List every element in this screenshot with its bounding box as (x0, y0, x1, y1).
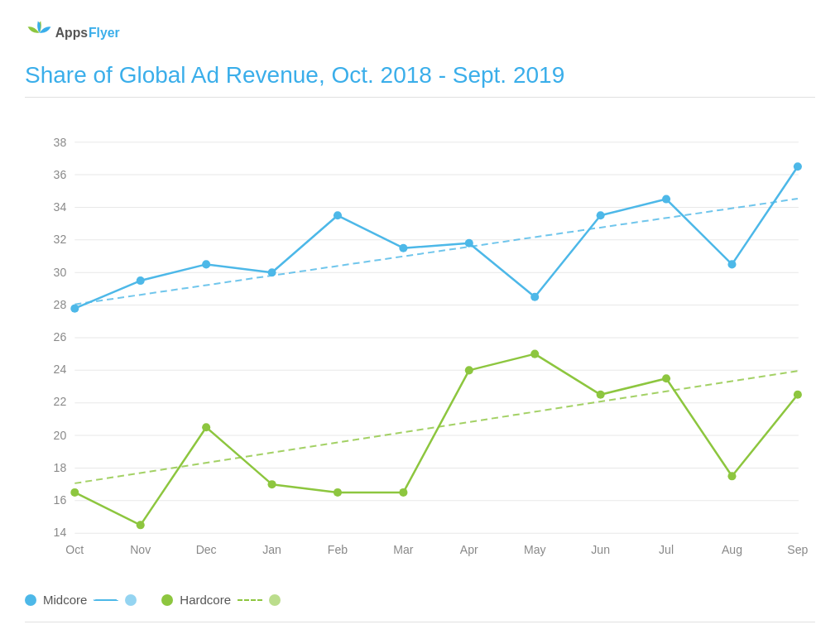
svg-text:38: 38 (54, 136, 67, 149)
svg-point-64 (727, 472, 736, 480)
svg-point-55 (137, 521, 145, 529)
hardcore-dot2 (269, 594, 281, 606)
svg-point-42 (137, 276, 145, 285)
svg-text:28: 28 (54, 298, 67, 311)
svg-text:Jul: Jul (659, 543, 674, 556)
svg-text:Oct: Oct (65, 543, 84, 556)
svg-point-61 (530, 350, 539, 358)
svg-text:Apr: Apr (460, 543, 478, 556)
svg-text:24: 24 (54, 363, 67, 376)
chart-legend: Midcore Hardcore (25, 593, 281, 615)
appsflyer-logo: Apps Flyer (25, 17, 141, 50)
hardcore-dot (161, 594, 173, 606)
svg-point-46 (399, 244, 407, 252)
svg-text:30: 30 (54, 266, 67, 279)
midcore-label: Midcore (43, 593, 87, 607)
legend-hardcore: Hardcore (161, 593, 281, 607)
legend-midcore: Midcore (25, 593, 137, 607)
svg-point-49 (597, 211, 605, 219)
svg-text:22: 22 (54, 395, 67, 408)
bottom-divider (25, 622, 815, 622)
chart-container: .grid-line { stroke: #e8e8e8; stroke-wid… (25, 106, 815, 586)
svg-text:Sep: Sep (787, 543, 808, 556)
svg-point-62 (597, 391, 605, 399)
svg-text:Feb: Feb (328, 543, 348, 556)
svg-text:Dec: Dec (196, 543, 217, 556)
svg-text:Jun: Jun (591, 543, 610, 556)
svg-text:Jan: Jan (262, 543, 281, 556)
svg-point-52 (794, 162, 802, 171)
svg-point-50 (662, 195, 670, 204)
title-divider (25, 97, 815, 98)
svg-text:Nov: Nov (130, 543, 151, 556)
svg-line-40 (74, 199, 798, 305)
midcore-dot (25, 594, 36, 606)
svg-text:Apps: Apps (55, 26, 89, 40)
svg-point-43 (202, 260, 210, 268)
svg-text:Aug: Aug (722, 543, 742, 556)
svg-text:18: 18 (54, 461, 67, 474)
svg-text:Flyer: Flyer (89, 26, 120, 40)
line-chart: .grid-line { stroke: #e8e8e8; stroke-wid… (25, 106, 815, 586)
svg-point-59 (399, 488, 407, 497)
hardcore-line-sample (238, 599, 262, 601)
svg-point-51 (727, 260, 736, 268)
logo-area: Apps Flyer (25, 17, 141, 50)
svg-point-54 (70, 488, 79, 497)
svg-point-41 (70, 305, 79, 313)
svg-point-48 (530, 293, 539, 301)
svg-text:16: 16 (54, 493, 67, 507)
svg-point-58 (334, 488, 342, 497)
svg-point-63 (662, 374, 670, 382)
hardcore-label: Hardcore (180, 593, 231, 607)
midcore-line-sample (94, 599, 118, 601)
svg-text:32: 32 (54, 233, 67, 246)
svg-text:20: 20 (54, 429, 67, 442)
svg-text:14: 14 (54, 526, 67, 539)
svg-point-45 (334, 211, 342, 219)
svg-point-57 (268, 480, 276, 488)
svg-text:36: 36 (54, 168, 67, 181)
svg-point-56 (202, 423, 210, 431)
chart-title: Share of Global Ad Revenue, Oct. 2018 - … (25, 62, 564, 89)
svg-point-65 (794, 391, 802, 399)
svg-point-47 (465, 239, 473, 247)
svg-text:May: May (524, 543, 546, 556)
svg-point-44 (268, 268, 276, 276)
svg-point-60 (465, 366, 473, 374)
svg-line-53 (74, 371, 798, 483)
svg-text:Mar: Mar (393, 543, 414, 556)
svg-text:34: 34 (54, 200, 67, 214)
midcore-dot2 (125, 594, 137, 606)
svg-text:26: 26 (54, 330, 67, 344)
